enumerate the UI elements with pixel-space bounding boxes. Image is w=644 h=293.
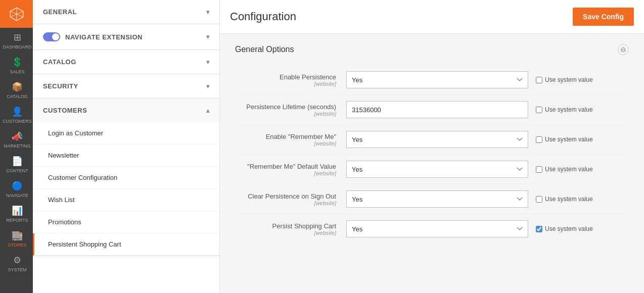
form-row-enable-remember-me: Enable "Remember Me" [website] Yes No Us… xyxy=(235,125,629,155)
label-clear-persistence: Clear Persistence on Sign Out [website] xyxy=(235,192,346,206)
checkbox-persistence-lifetime[interactable] xyxy=(536,107,542,113)
form-row-persistence-lifetime: Persistence Lifetime (seconds) [website]… xyxy=(235,95,629,125)
submenu-login-as-customer[interactable]: Login as Customer xyxy=(33,122,219,144)
content-icon: 📄 xyxy=(12,156,23,167)
use-system-enable-remember-me[interactable]: Use system value xyxy=(536,136,593,143)
accordion-customers: CUSTOMERS ▴ Login as Customer Newsletter… xyxy=(33,99,219,256)
input-persistence-lifetime[interactable] xyxy=(346,101,528,118)
checkbox-enable-remember-me[interactable] xyxy=(536,136,542,143)
use-system-persistence-lifetime[interactable]: Use system value xyxy=(536,106,593,113)
chevron-down-icon: ▾ xyxy=(206,59,210,66)
select-clear-persistence[interactable]: Yes No xyxy=(346,190,528,208)
use-system-enable-persistence[interactable]: Use system value xyxy=(536,76,593,83)
accordion-catalog: CATALOG ▾ xyxy=(33,50,219,74)
submenu-wish-list[interactable]: Wish List xyxy=(33,189,219,211)
label-enable-remember-me: Enable "Remember Me" [website] xyxy=(235,133,346,146)
stores-icon: 🏬 xyxy=(12,230,23,241)
system-icon: ⚙ xyxy=(13,255,21,266)
select-remember-me-default[interactable]: Yes No xyxy=(346,161,528,178)
control-clear-persistence: Yes No Use system value xyxy=(346,190,629,208)
accordion-security: SECURITY ▾ xyxy=(33,74,219,99)
checkbox-persist-shopping-cart[interactable] xyxy=(536,226,542,232)
checkbox-remember-me-default[interactable] xyxy=(536,166,542,173)
chevron-down-icon: ▾ xyxy=(206,83,210,90)
sidebar-item-catalog[interactable]: 📦 Catalog xyxy=(0,77,33,102)
accordion-header-general[interactable]: GENERAL ▾ xyxy=(33,0,219,24)
label-persist-shopping-cart: Persist Shopping Cart [website] xyxy=(235,222,346,236)
select-enable-persistence[interactable]: Yes No xyxy=(346,71,528,88)
right-content: Configuration Save Config General Option… xyxy=(220,0,644,293)
catalog-icon: 📦 xyxy=(12,81,23,92)
submenu-persistent-shopping-cart[interactable]: Persistent Shopping Cart xyxy=(33,233,219,256)
chevron-down-icon: ▾ xyxy=(206,9,210,16)
label-remember-me-default: "Remember Me" Default Value [website] xyxy=(235,163,346,176)
label-persistence-lifetime: Persistence Lifetime (seconds) [website] xyxy=(235,103,346,117)
sidebar-item-dashboard[interactable]: ⊞ Dashboard xyxy=(0,28,33,53)
control-persistence-lifetime: Use system value xyxy=(346,101,629,118)
label-enable-persistence: Enable Persistence [website] xyxy=(235,73,346,87)
logo[interactable] xyxy=(0,0,33,28)
select-enable-remember-me[interactable]: Yes No xyxy=(346,131,528,148)
form-row-persist-shopping-cart: Persist Shopping Cart [website] Yes No U… xyxy=(235,214,629,244)
main-area: GENERAL ▾ NAVIGATE EXTENSION ▾ CATALOG ▾ xyxy=(33,0,644,293)
chevron-down-icon: ▾ xyxy=(206,33,210,40)
save-config-button[interactable]: Save Config xyxy=(573,8,634,26)
control-persist-shopping-cart: Yes No Use system value xyxy=(346,220,629,237)
control-enable-persistence: Yes No Use system value xyxy=(346,71,629,88)
page-header: Configuration Save Config xyxy=(220,0,644,34)
select-persist-shopping-cart[interactable]: Yes No xyxy=(346,220,528,237)
sidebar-item-sales[interactable]: 💲 Sales xyxy=(0,53,33,77)
customers-icon: 👤 xyxy=(12,106,23,117)
sidebar-item-customers[interactable]: 👤 Customers xyxy=(0,102,33,127)
accordion-header-navigate[interactable]: NAVIGATE EXTENSION ▾ xyxy=(33,24,219,50)
submenu-newsletter[interactable]: Newsletter xyxy=(33,144,219,167)
accordion-general: GENERAL ▾ xyxy=(33,0,219,24)
control-enable-remember-me: Yes No Use system value xyxy=(346,131,629,148)
content-area: General Options ⊖ Enable Persistence [we… xyxy=(220,34,644,293)
sidebar: ⊞ Dashboard 💲 Sales 📦 Catalog 👤 Customer… xyxy=(0,0,33,293)
marketing-icon: 📣 xyxy=(12,131,23,142)
checkbox-clear-persistence[interactable] xyxy=(536,196,542,203)
navigate-icon: 🔵 xyxy=(12,180,23,191)
nav-ext-header: NAVIGATE EXTENSION xyxy=(43,32,143,41)
sidebar-item-content[interactable]: 📄 Content xyxy=(0,152,33,176)
sidebar-item-reports[interactable]: 📊 Reports xyxy=(0,201,33,226)
sidebar-item-navigate[interactable]: 🔵 Navigate xyxy=(0,176,33,201)
accordion-header-security[interactable]: SECURITY ▾ xyxy=(33,74,219,98)
use-system-persist-shopping-cart[interactable]: Use system value xyxy=(536,225,593,232)
form-row-remember-me-default: "Remember Me" Default Value [website] Ye… xyxy=(235,155,629,184)
sidebar-item-marketing[interactable]: 📣 Marketing xyxy=(0,127,33,152)
submenu-customer-configuration[interactable]: Customer Configuration xyxy=(33,167,219,189)
accordion-header-customers[interactable]: CUSTOMERS ▴ xyxy=(33,99,219,122)
collapse-icon[interactable]: ⊖ xyxy=(618,44,629,55)
form-row-clear-persistence: Clear Persistence on Sign Out [website] … xyxy=(235,184,629,214)
page-title: Configuration xyxy=(230,10,296,23)
left-panel: GENERAL ▾ NAVIGATE EXTENSION ▾ CATALOG ▾ xyxy=(33,0,220,293)
checkbox-enable-persistence[interactable] xyxy=(536,77,542,83)
dashboard-icon: ⊞ xyxy=(14,32,21,43)
section-header: General Options ⊖ xyxy=(235,44,629,55)
control-remember-me-default: Yes No Use system value xyxy=(346,161,629,178)
use-system-remember-me-default[interactable]: Use system value xyxy=(536,166,593,173)
accordion-navigate-extension: NAVIGATE EXTENSION ▾ xyxy=(33,24,219,50)
navigate-toggle[interactable] xyxy=(43,32,60,41)
reports-icon: 📊 xyxy=(12,205,23,216)
sales-icon: 💲 xyxy=(12,57,23,68)
use-system-clear-persistence[interactable]: Use system value xyxy=(536,196,593,203)
chevron-up-icon: ▴ xyxy=(206,107,210,114)
submenu-promotions[interactable]: Promotions xyxy=(33,211,219,233)
accordion-header-catalog[interactable]: CATALOG ▾ xyxy=(33,50,219,74)
sidebar-item-system[interactable]: ⚙ System xyxy=(0,251,33,275)
form-row-enable-persistence: Enable Persistence [website] Yes No Use … xyxy=(235,65,629,95)
sidebar-item-stores[interactable]: 🏬 Stores xyxy=(0,226,33,251)
